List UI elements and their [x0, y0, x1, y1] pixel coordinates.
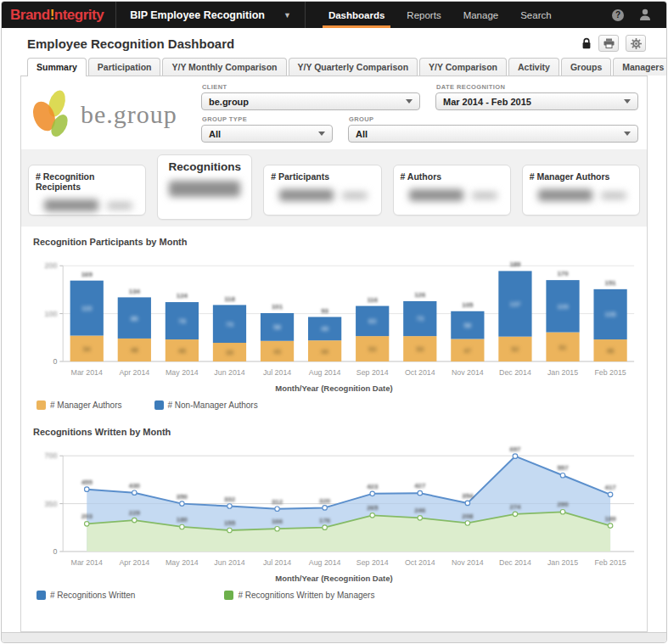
point-value-label: 176 [319, 517, 331, 524]
date-recognition-select[interactable]: Mar 2014 - Feb 2015 [435, 92, 638, 110]
settings-button[interactable] [626, 35, 646, 52]
tab-participation[interactable]: Participation [88, 58, 161, 76]
data-point[interactable] [132, 490, 137, 495]
group-type-select[interactable]: All [201, 125, 333, 143]
metric-card-recognition-recipients[interactable]: # Recognition Recipients [28, 165, 146, 216]
leaf-logo-icon [31, 88, 76, 141]
data-point[interactable] [323, 525, 327, 529]
redacted-value-blob [409, 189, 463, 201]
y-tick-label: 0 [53, 547, 57, 556]
point-value-label: 290 [557, 501, 569, 508]
bar-value-label: 44 [321, 348, 328, 356]
metric-card-label: # Participants [271, 171, 373, 182]
legend-item-recognitions-written[interactable]: # Recognitions Written [36, 591, 135, 600]
chart-title: Recognition Participants by Month [33, 237, 640, 247]
tab-summary[interactable]: Summary [27, 58, 87, 76]
page-header: Employee Recognition Dashboard [2, 28, 666, 57]
point-value-label: 427 [414, 482, 426, 490]
data-point[interactable] [132, 518, 137, 522]
data-point[interactable] [370, 491, 374, 496]
data-point[interactable] [513, 454, 517, 458]
legend-swatch [154, 400, 164, 410]
point-value-label: 430 [129, 482, 141, 490]
data-point[interactable] [560, 510, 564, 514]
metric-card-recognitions[interactable]: Recognitions [157, 154, 252, 220]
data-point[interactable] [465, 501, 469, 505]
metric-cards: # Recognition RecipientsRecognitions# Pa… [21, 149, 647, 227]
data-point[interactable] [227, 528, 232, 532]
x-tick-label: Aug 2014 [309, 368, 341, 377]
chart-title: Recognitions Written by Month [33, 427, 640, 437]
tab-y-y-quarterly-comparison[interactable]: Y/Y Quarterly Comparison [289, 58, 418, 76]
metric-card-authors[interactable]: # Authors [393, 165, 511, 216]
metric-card-value-redacted [279, 189, 373, 201]
dashboard-panel: be.group CLIENT be.group DATE RECOGNITIO… [20, 76, 648, 632]
bar-total-label: 170 [557, 270, 569, 277]
tab-y-y-comparison[interactable]: Y/Y Comparison [419, 58, 507, 76]
nav-item-manage[interactable]: Manage [452, 2, 510, 28]
legend-item-non-manager-authors[interactable]: # Non-Manager Authors [154, 400, 258, 410]
tab-groups[interactable]: Groups [561, 58, 611, 76]
redacted-value-blob [169, 181, 240, 197]
client-logo-text: be.group [81, 100, 177, 129]
point-value-label: 455 [81, 479, 93, 486]
tab-activity[interactable]: Activity [508, 58, 559, 76]
data-point[interactable] [418, 490, 422, 495]
point-value-label: 423 [367, 483, 379, 490]
client-label: CLIENT [202, 83, 420, 91]
data-point[interactable] [180, 524, 184, 529]
app-switcher[interactable]: BIP Employee Recognition ▼ [116, 2, 306, 28]
bar-value-label: 79 [226, 321, 233, 328]
legend-item-recognitions-written-by-managers[interactable]: # Recognitions Written by Managers [224, 591, 374, 600]
print-button[interactable] [598, 35, 619, 52]
data-point[interactable] [275, 507, 279, 511]
data-point[interactable] [84, 487, 88, 491]
redacted-value-blob [601, 192, 626, 199]
legend-label: # Recognitions Written by Managers [238, 591, 374, 600]
group-select[interactable]: All [348, 125, 638, 143]
point-value-label: 189 [605, 515, 617, 523]
metric-card-label: Recognitions [165, 160, 244, 173]
participants-chart-section: Recognition Participants by Month 010020… [21, 227, 647, 417]
point-value-label: 354 [462, 492, 474, 500]
help-icon[interactable]: ? [612, 9, 624, 21]
data-point[interactable] [465, 521, 469, 525]
x-tick-label: Jun 2014 [214, 368, 244, 377]
data-point[interactable] [275, 527, 279, 531]
client-select[interactable]: be.group [201, 92, 420, 110]
group-label: GROUP [349, 115, 638, 123]
data-point[interactable] [560, 473, 564, 477]
data-point[interactable] [84, 522, 88, 526]
bar-value-label: 63 [368, 317, 376, 325]
brand-logo[interactable]: Brand!ntegrity [2, 2, 116, 28]
x-axis-label: Month/Year (Recognition Date) [28, 384, 640, 393]
data-point[interactable] [323, 506, 327, 510]
data-point[interactable] [513, 512, 517, 516]
y-tick-label: 200 [45, 261, 58, 270]
data-point[interactable] [180, 501, 184, 506]
participants-bar-chart: 0100200169115541348648124784611879391015… [28, 254, 640, 383]
data-point[interactable] [418, 516, 422, 520]
legend-item-manager-authors[interactable]: # Manager Authors [36, 400, 122, 410]
select-arrow-icon [624, 132, 631, 136]
bar-value-label: 52 [512, 345, 519, 353]
nav-item-search[interactable]: Search [509, 2, 562, 28]
point-value-label: 350 [177, 493, 188, 501]
filters: be.group CLIENT be.group DATE RECOGNITIO… [21, 76, 647, 149]
user-icon[interactable] [639, 8, 651, 21]
tab-y-y-monthly-comparison[interactable]: Y/Y Monthly Comparison [162, 58, 286, 76]
data-point[interactable] [227, 504, 232, 508]
point-value-label: 265 [367, 504, 379, 512]
data-point[interactable] [608, 492, 612, 496]
point-value-label: 312 [272, 498, 283, 506]
data-point[interactable] [370, 513, 374, 518]
tab-managers[interactable]: Managers [613, 58, 667, 76]
nav-item-reports[interactable]: Reports [396, 2, 452, 28]
point-value-label: 557 [557, 464, 569, 472]
nav-item-dashboards[interactable]: Dashboards [317, 2, 396, 28]
x-tick-label: Apr 2014 [119, 558, 149, 567]
redacted-value-blob [107, 202, 132, 210]
metric-card-participants[interactable]: # Participants [263, 165, 381, 216]
data-point[interactable] [608, 524, 612, 528]
metric-card-manager-authors[interactable]: # Manager Authors [522, 165, 640, 216]
